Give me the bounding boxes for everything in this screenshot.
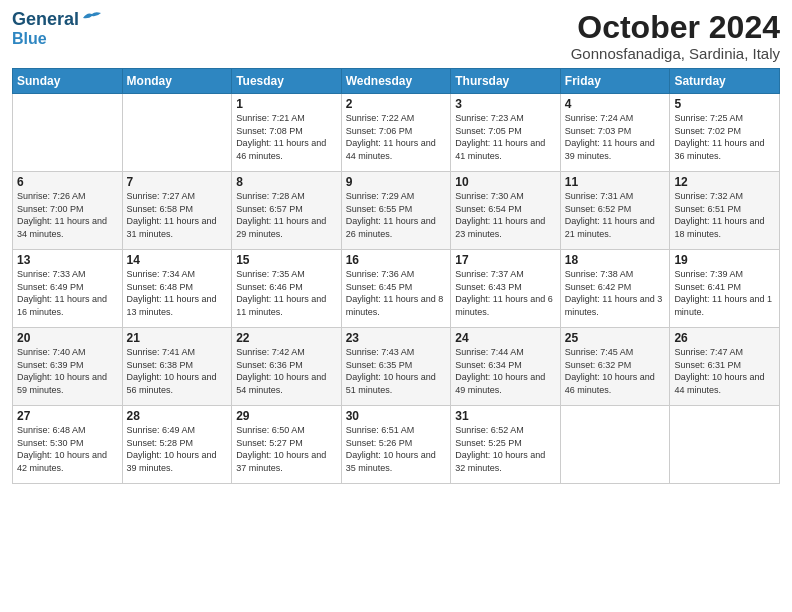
calendar-table: SundayMondayTuesdayWednesdayThursdayFrid…: [12, 68, 780, 484]
calendar-cell: 21Sunrise: 7:41 AM Sunset: 6:38 PM Dayli…: [122, 328, 232, 406]
day-number: 20: [17, 331, 118, 345]
day-number: 7: [127, 175, 228, 189]
day-info: Sunrise: 7:41 AM Sunset: 6:38 PM Dayligh…: [127, 346, 228, 396]
day-number: 31: [455, 409, 556, 423]
week-row-2: 6Sunrise: 7:26 AM Sunset: 7:00 PM Daylig…: [13, 172, 780, 250]
calendar-cell: 10Sunrise: 7:30 AM Sunset: 6:54 PM Dayli…: [451, 172, 561, 250]
col-header-sunday: Sunday: [13, 69, 123, 94]
calendar-cell: 7Sunrise: 7:27 AM Sunset: 6:58 PM Daylig…: [122, 172, 232, 250]
logo-text: General: [12, 10, 79, 30]
day-number: 4: [565, 97, 666, 111]
calendar-cell: 18Sunrise: 7:38 AM Sunset: 6:42 PM Dayli…: [560, 250, 670, 328]
calendar-cell: 30Sunrise: 6:51 AM Sunset: 5:26 PM Dayli…: [341, 406, 451, 484]
calendar-cell: 14Sunrise: 7:34 AM Sunset: 6:48 PM Dayli…: [122, 250, 232, 328]
day-info: Sunrise: 7:31 AM Sunset: 6:52 PM Dayligh…: [565, 190, 666, 240]
calendar-cell: 23Sunrise: 7:43 AM Sunset: 6:35 PM Dayli…: [341, 328, 451, 406]
calendar-cell: 31Sunrise: 6:52 AM Sunset: 5:25 PM Dayli…: [451, 406, 561, 484]
day-info: Sunrise: 7:39 AM Sunset: 6:41 PM Dayligh…: [674, 268, 775, 318]
day-number: 6: [17, 175, 118, 189]
calendar-cell: [122, 94, 232, 172]
calendar-cell: 9Sunrise: 7:29 AM Sunset: 6:55 PM Daylig…: [341, 172, 451, 250]
calendar-cell: 19Sunrise: 7:39 AM Sunset: 6:41 PM Dayli…: [670, 250, 780, 328]
calendar-cell: 25Sunrise: 7:45 AM Sunset: 6:32 PM Dayli…: [560, 328, 670, 406]
day-info: Sunrise: 6:51 AM Sunset: 5:26 PM Dayligh…: [346, 424, 447, 474]
calendar-cell: 2Sunrise: 7:22 AM Sunset: 7:06 PM Daylig…: [341, 94, 451, 172]
col-header-tuesday: Tuesday: [232, 69, 342, 94]
day-info: Sunrise: 6:52 AM Sunset: 5:25 PM Dayligh…: [455, 424, 556, 474]
day-number: 13: [17, 253, 118, 267]
day-info: Sunrise: 7:40 AM Sunset: 6:39 PM Dayligh…: [17, 346, 118, 396]
header-row: General Blue October 2024 Gonnosfanadiga…: [12, 10, 780, 62]
day-info: Sunrise: 7:43 AM Sunset: 6:35 PM Dayligh…: [346, 346, 447, 396]
day-info: Sunrise: 7:25 AM Sunset: 7:02 PM Dayligh…: [674, 112, 775, 162]
calendar-cell: 22Sunrise: 7:42 AM Sunset: 6:36 PM Dayli…: [232, 328, 342, 406]
day-number: 11: [565, 175, 666, 189]
calendar-cell: [560, 406, 670, 484]
calendar-cell: 5Sunrise: 7:25 AM Sunset: 7:02 PM Daylig…: [670, 94, 780, 172]
logo-blue-text: Blue: [12, 30, 47, 48]
day-number: 28: [127, 409, 228, 423]
calendar-cell: 29Sunrise: 6:50 AM Sunset: 5:27 PM Dayli…: [232, 406, 342, 484]
page-container: General Blue October 2024 Gonnosfanadiga…: [0, 0, 792, 492]
day-number: 29: [236, 409, 337, 423]
logo: General Blue: [12, 10, 103, 47]
calendar-cell: 6Sunrise: 7:26 AM Sunset: 7:00 PM Daylig…: [13, 172, 123, 250]
day-info: Sunrise: 7:22 AM Sunset: 7:06 PM Dayligh…: [346, 112, 447, 162]
day-info: Sunrise: 7:35 AM Sunset: 6:46 PM Dayligh…: [236, 268, 337, 318]
calendar-cell: 15Sunrise: 7:35 AM Sunset: 6:46 PM Dayli…: [232, 250, 342, 328]
title-block: October 2024 Gonnosfanadiga, Sardinia, I…: [571, 10, 780, 62]
calendar-cell: 8Sunrise: 7:28 AM Sunset: 6:57 PM Daylig…: [232, 172, 342, 250]
day-info: Sunrise: 7:36 AM Sunset: 6:45 PM Dayligh…: [346, 268, 447, 318]
header-row-days: SundayMondayTuesdayWednesdayThursdayFrid…: [13, 69, 780, 94]
day-info: Sunrise: 7:27 AM Sunset: 6:58 PM Dayligh…: [127, 190, 228, 240]
calendar-cell: [13, 94, 123, 172]
calendar-cell: 24Sunrise: 7:44 AM Sunset: 6:34 PM Dayli…: [451, 328, 561, 406]
calendar-cell: 4Sunrise: 7:24 AM Sunset: 7:03 PM Daylig…: [560, 94, 670, 172]
day-info: Sunrise: 6:48 AM Sunset: 5:30 PM Dayligh…: [17, 424, 118, 474]
month-title: October 2024: [571, 10, 780, 45]
day-number: 22: [236, 331, 337, 345]
day-number: 19: [674, 253, 775, 267]
day-info: Sunrise: 6:50 AM Sunset: 5:27 PM Dayligh…: [236, 424, 337, 474]
day-number: 23: [346, 331, 447, 345]
day-info: Sunrise: 7:44 AM Sunset: 6:34 PM Dayligh…: [455, 346, 556, 396]
day-number: 3: [455, 97, 556, 111]
day-info: Sunrise: 7:26 AM Sunset: 7:00 PM Dayligh…: [17, 190, 118, 240]
col-header-friday: Friday: [560, 69, 670, 94]
day-info: Sunrise: 6:49 AM Sunset: 5:28 PM Dayligh…: [127, 424, 228, 474]
day-number: 26: [674, 331, 775, 345]
week-row-4: 20Sunrise: 7:40 AM Sunset: 6:39 PM Dayli…: [13, 328, 780, 406]
week-row-1: 1Sunrise: 7:21 AM Sunset: 7:08 PM Daylig…: [13, 94, 780, 172]
col-header-wednesday: Wednesday: [341, 69, 451, 94]
day-number: 9: [346, 175, 447, 189]
day-info: Sunrise: 7:30 AM Sunset: 6:54 PM Dayligh…: [455, 190, 556, 240]
day-info: Sunrise: 7:21 AM Sunset: 7:08 PM Dayligh…: [236, 112, 337, 162]
calendar-cell: 12Sunrise: 7:32 AM Sunset: 6:51 PM Dayli…: [670, 172, 780, 250]
day-number: 12: [674, 175, 775, 189]
calendar-cell: 11Sunrise: 7:31 AM Sunset: 6:52 PM Dayli…: [560, 172, 670, 250]
day-number: 5: [674, 97, 775, 111]
day-info: Sunrise: 7:38 AM Sunset: 6:42 PM Dayligh…: [565, 268, 666, 318]
day-number: 1: [236, 97, 337, 111]
day-number: 30: [346, 409, 447, 423]
week-row-3: 13Sunrise: 7:33 AM Sunset: 6:49 PM Dayli…: [13, 250, 780, 328]
day-info: Sunrise: 7:45 AM Sunset: 6:32 PM Dayligh…: [565, 346, 666, 396]
calendar-cell: 16Sunrise: 7:36 AM Sunset: 6:45 PM Dayli…: [341, 250, 451, 328]
week-row-5: 27Sunrise: 6:48 AM Sunset: 5:30 PM Dayli…: [13, 406, 780, 484]
calendar-cell: 13Sunrise: 7:33 AM Sunset: 6:49 PM Dayli…: [13, 250, 123, 328]
day-number: 18: [565, 253, 666, 267]
calendar-cell: 1Sunrise: 7:21 AM Sunset: 7:08 PM Daylig…: [232, 94, 342, 172]
col-header-saturday: Saturday: [670, 69, 780, 94]
logo-bird-icon: [81, 10, 103, 26]
calendar-cell: 20Sunrise: 7:40 AM Sunset: 6:39 PM Dayli…: [13, 328, 123, 406]
day-info: Sunrise: 7:33 AM Sunset: 6:49 PM Dayligh…: [17, 268, 118, 318]
day-number: 10: [455, 175, 556, 189]
calendar-cell: [670, 406, 780, 484]
calendar-cell: 28Sunrise: 6:49 AM Sunset: 5:28 PM Dayli…: [122, 406, 232, 484]
day-number: 2: [346, 97, 447, 111]
day-number: 25: [565, 331, 666, 345]
day-info: Sunrise: 7:29 AM Sunset: 6:55 PM Dayligh…: [346, 190, 447, 240]
day-info: Sunrise: 7:34 AM Sunset: 6:48 PM Dayligh…: [127, 268, 228, 318]
day-number: 16: [346, 253, 447, 267]
calendar-cell: 3Sunrise: 7:23 AM Sunset: 7:05 PM Daylig…: [451, 94, 561, 172]
